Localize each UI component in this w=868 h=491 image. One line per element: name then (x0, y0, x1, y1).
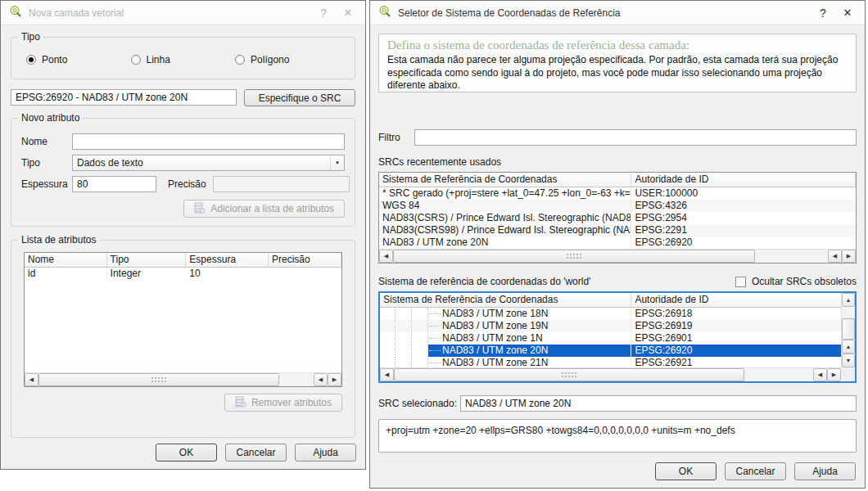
radio-point[interactable]: Ponto (26, 54, 131, 65)
vertical-scrollbar[interactable]: ▲ ▲ ▼ (841, 293, 855, 367)
table-cell: EPSG:26920 (631, 345, 855, 357)
hide-obsolete-label: Ocultar SRCs obsoletos (752, 276, 857, 287)
table-cell: NAD83 / UTM zone 20N (379, 236, 631, 249)
scrollbar-track[interactable] (842, 307, 855, 318)
name-input[interactable] (72, 133, 345, 150)
new-attribute-label: Novo atributo (18, 112, 83, 124)
selected-crs-input[interactable] (460, 395, 857, 412)
help-button[interactable]: Ajuda (295, 444, 356, 462)
column-header[interactable]: Autoridade de ID (631, 173, 856, 187)
table-cell: 10 (186, 268, 269, 280)
radio-point-icon[interactable] (26, 55, 36, 65)
column-header[interactable]: Tipo (107, 253, 187, 268)
ok-button[interactable]: OK (655, 462, 717, 480)
crs-selector-dialog: Seletor de Sistema de Coordenadas de Ref… (369, 0, 866, 489)
specify-crs-button[interactable]: Especifique o SRC (244, 89, 355, 106)
close-icon[interactable]: ✕ (339, 7, 357, 19)
scroll-left-icon[interactable]: ◀ (828, 250, 842, 263)
remove-attributes-icon (235, 396, 246, 410)
type-group-label: Tipo (18, 31, 43, 43)
column-header[interactable]: Espessura (186, 253, 269, 268)
cancel-button[interactable]: Cancelar (725, 462, 786, 480)
table-cell: Integer (107, 268, 187, 280)
attribute-row[interactable]: idInteger10 (25, 268, 341, 280)
attr-type-combobox[interactable]: Dados de texto ▼ (72, 155, 345, 171)
scroll-up-icon[interactable]: ▲ (842, 293, 855, 307)
horizontal-scrollbar[interactable]: ◀ ◀ ▶ (380, 367, 841, 381)
column-header[interactable]: Precisão (269, 253, 341, 268)
scrollbar-track[interactable] (755, 250, 828, 263)
world-crs-row[interactable]: NAD83 / UTM zone 1NEPSG:26901 (380, 332, 855, 345)
scroll-left-icon[interactable]: ◀ (314, 373, 328, 386)
table-cell: NAD83 / UTM zone 1N (380, 332, 631, 345)
world-crs-row[interactable]: NAD83 / UTM zone 18NEPSG:26918 (380, 308, 855, 320)
cancel-button[interactable]: Cancelar (225, 444, 287, 462)
scrollbar-thumb[interactable] (38, 373, 279, 386)
width-input[interactable] (72, 176, 156, 192)
scrollbar-thumb[interactable] (842, 318, 855, 340)
name-label: Nome (21, 136, 72, 147)
world-crs-row[interactable]: NAD83 / UTM zone 21NEPSG:26921 (380, 357, 855, 367)
scroll-left-icon[interactable]: ◀ (380, 368, 394, 381)
filter-input[interactable] (414, 129, 857, 146)
title-bar[interactable]: Seletor de Sistema de Coordenadas de Ref… (370, 1, 865, 25)
add-attribute-icon (194, 202, 206, 216)
banner-heading: Defina o sistema de coordenadas de refer… (387, 38, 848, 52)
scroll-right-icon[interactable]: ▶ (328, 373, 341, 386)
new-attribute-groupbox: Novo atributo Nome Tipo Dados de texto ▼… (11, 118, 355, 227)
title-bar[interactable]: Nova camada vetorial ? ✕ (1, 1, 365, 25)
hide-obsolete-checkbox[interactable] (735, 277, 746, 287)
column-header[interactable]: Autoridade de ID (631, 293, 855, 308)
scroll-right-icon[interactable]: ▶ (827, 368, 841, 381)
chevron-down-icon[interactable]: ▼ (330, 155, 344, 170)
proj4-definition: +proj=utm +zone=20 +ellps=GRS80 +towgs84… (378, 419, 857, 453)
world-crs-row[interactable]: NAD83 / UTM zone 19NEPSG:26919 (380, 320, 855, 332)
help-icon[interactable]: ? (814, 7, 832, 20)
scroll-left-icon[interactable]: ◀ (25, 373, 38, 386)
column-header[interactable]: Sistema de Referência de Coordenadas (379, 173, 631, 187)
world-crs-label: Sistema de referência de coordenadas do … (378, 276, 735, 287)
scrollbar-track[interactable] (279, 373, 314, 386)
close-icon[interactable]: ✕ (839, 7, 857, 19)
help-icon[interactable]: ? (314, 7, 332, 20)
ok-button[interactable]: OK (156, 444, 217, 462)
scroll-left-icon[interactable]: ◀ (813, 368, 827, 381)
scroll-down-icon[interactable]: ▼ (842, 354, 855, 367)
crs-input[interactable] (11, 89, 237, 106)
horizontal-scrollbar[interactable]: ◀ ◀ ▶ (25, 372, 341, 386)
scroll-left-icon[interactable]: ◀ (379, 250, 393, 263)
scrollbar-thumb[interactable] (393, 250, 755, 263)
help-button[interactable]: Ajuda (794, 462, 856, 480)
recent-crs-row[interactable]: WGS 84EPSG:4326 (379, 200, 856, 212)
dialog-title: Nova camada vetorial (29, 7, 308, 19)
radio-polygon[interactable]: Polígono (235, 54, 340, 65)
recent-crs-table: Sistema de Referência de CoordenadasAuto… (378, 172, 857, 264)
selected-crs-label: SRC selecionado: (378, 398, 460, 409)
filter-label: Filtro (378, 132, 414, 143)
recent-crs-row[interactable]: NAD83(CSRS98) / Prince Edward Isl. Stere… (379, 224, 856, 236)
world-crs-table: Sistema de Referência de CoordenadasAuto… (378, 291, 857, 383)
column-header[interactable]: Nome (25, 253, 107, 268)
radio-line-icon[interactable] (131, 55, 141, 65)
scrollbar-corner (841, 367, 855, 381)
scroll-up-icon[interactable]: ▲ (842, 340, 855, 354)
scroll-right-icon[interactable]: ▶ (842, 250, 856, 263)
world-crs-row[interactable]: NAD83 / UTM zone 20NEPSG:26920 (380, 345, 855, 357)
radio-line-label: Linha (147, 54, 170, 65)
radio-polygon-icon[interactable] (235, 55, 245, 65)
recent-crs-label: SRCs recentemente usados (378, 156, 857, 168)
attribute-table: NomeTipoEspessuraPrecisão idInteger10 ◀ … (24, 252, 342, 387)
recent-crs-row[interactable]: NAD83 / UTM zone 20NEPSG:26920 (379, 236, 856, 249)
scrollbar-thumb[interactable] (394, 368, 744, 381)
table-cell: EPSG:2291 (631, 224, 856, 236)
add-attribute-button-label: Adicionar a lista de atributos (210, 203, 334, 214)
recent-crs-row[interactable]: * SRC gerado (+proj=stere +lat_0=47.25 +… (379, 187, 856, 200)
table-cell: EPSG:26918 (631, 308, 855, 320)
radio-line[interactable]: Linha (131, 54, 236, 65)
recent-crs-row[interactable]: NAD83(CSRS) / Prince Edward Isl. Stereog… (379, 212, 856, 224)
horizontal-scrollbar[interactable]: ◀ ◀ ▶ (379, 249, 856, 263)
add-attribute-button: Adicionar a lista de atributos (183, 200, 345, 218)
scrollbar-track[interactable] (744, 368, 813, 381)
table-cell: NAD83(CSRS98) / Prince Edward Isl. Stere… (379, 224, 631, 236)
column-header[interactable]: Sistema de Referência de Coordenadas (380, 293, 631, 308)
